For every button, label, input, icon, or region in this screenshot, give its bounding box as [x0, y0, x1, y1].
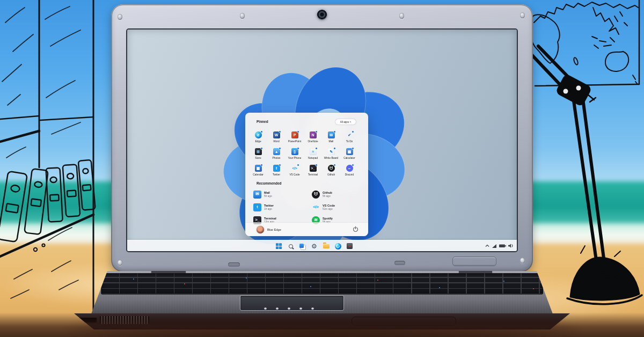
app-glyph: ✎: [330, 150, 333, 153]
volume-icon: [508, 244, 513, 248]
pinned-app-tile[interactable]: ✔ To Do: [340, 130, 358, 147]
app-icon: t: [273, 165, 280, 172]
app-icon: ▦: [346, 148, 353, 155]
notification-dot-icon: [334, 148, 336, 150]
pinned-app-tile[interactable]: ▦ Calendar: [249, 164, 267, 180]
app-glyph: N: [312, 133, 314, 137]
app-label: Word: [273, 140, 279, 143]
app-glyph: e: [257, 133, 259, 137]
app-icon: </>: [312, 203, 320, 211]
app-glyph: </>: [313, 205, 319, 209]
recommended-item-name: Spotify: [323, 217, 333, 220]
recommended-item[interactable]: ✉ Mail 5h ago: [253, 188, 312, 201]
app-icon: ▲: [273, 148, 280, 155]
start-menu-footer: Blue Edge: [245, 222, 368, 236]
lock-app-button[interactable]: [346, 243, 353, 250]
recommended-grid: ✉ Mail 5h ago ᗢ Github 5h ago t Twitter …: [253, 188, 363, 226]
app-label: PowerPoint: [288, 140, 302, 143]
pinned-app-tile[interactable]: </> VS Code: [286, 164, 304, 180]
notification-dot-icon: [334, 131, 336, 133]
notification-dot-icon: [316, 131, 318, 133]
world-map-sketch: [529, 0, 644, 311]
app-icon: ⌣: [346, 165, 353, 172]
app-icon: ✉: [328, 131, 335, 138]
app-label: Github: [327, 173, 335, 176]
pinned-app-tile[interactable]: ≡ Notepad: [304, 147, 322, 164]
screw-icon: [240, 13, 245, 19]
beach-laptop-scene: Pinned All apps > e Edge W Word P PowerP…: [0, 0, 644, 337]
app-glyph: ▲: [275, 150, 279, 153]
search-icon: [289, 244, 293, 248]
app-glyph: ▦: [348, 150, 351, 153]
pinned-app-tile[interactable]: P PowerPoint: [286, 130, 304, 147]
app-label: Your Phone: [288, 157, 302, 159]
settings-button[interactable]: ⚙: [311, 243, 318, 250]
notification-dot-icon: [297, 164, 299, 166]
battery-icon: [499, 245, 506, 248]
task-view-button[interactable]: [299, 243, 306, 250]
edge-button[interactable]: [334, 243, 341, 250]
app-label: White Board: [324, 157, 338, 159]
latch: [228, 262, 240, 267]
app-label: To Do: [346, 140, 353, 143]
app-icon: ⊞: [255, 148, 262, 155]
app-icon: P: [291, 131, 298, 138]
recommended-item-time: 5h ago: [264, 195, 272, 197]
pinned-app-tile[interactable]: ✎ White Board: [322, 147, 340, 164]
app-glyph: </>: [292, 166, 297, 170]
notification-dot-icon: [279, 148, 281, 150]
pinned-app-tile[interactable]: ▦ Calculator: [340, 147, 358, 164]
file-explorer-button[interactable]: [323, 243, 330, 250]
task-view-icon: [299, 244, 306, 249]
app-glyph: P: [294, 133, 296, 137]
recommended-item-name: Terminal: [264, 217, 276, 220]
pinned-app-tile[interactable]: ✉ Mail: [322, 130, 340, 147]
pinned-app-tile[interactable]: N OneNote: [304, 130, 322, 147]
recommended-item[interactable]: t Twitter 1h ago: [253, 201, 312, 214]
notification-dot-icon: [297, 131, 299, 133]
recommended-item[interactable]: ᗢ Github 5h ago: [312, 188, 363, 201]
app-glyph: ᗢ: [330, 166, 333, 170]
recommended-item-name: Twitter: [264, 204, 274, 207]
recommended-item-name: Github: [323, 191, 332, 194]
lock-app-icon: [347, 243, 353, 249]
user-avatar[interactable]: [257, 226, 264, 233]
pinned-app-tile[interactable]: t Twitter: [267, 164, 286, 180]
app-label: Discord: [345, 173, 354, 176]
pinned-app-tile[interactable]: e Edge: [249, 130, 267, 147]
pinned-app-tile[interactable]: >_ Terminal: [304, 164, 322, 180]
folder-icon: [323, 244, 330, 248]
pinned-apps-grid: e Edge W Word P PowerPoint N OneNote ✉ M…: [249, 130, 364, 180]
pinned-app-tile[interactable]: ⊞ Store: [249, 147, 267, 164]
app-icon: ✉: [253, 191, 261, 199]
start-button[interactable]: [275, 243, 282, 250]
pinned-app-tile[interactable]: W Word: [267, 130, 286, 147]
notification-dot-icon: [297, 148, 299, 150]
pinned-app-tile[interactable]: ᗢ Github: [322, 164, 340, 180]
app-glyph: ⊞: [257, 150, 260, 153]
search-button[interactable]: [287, 243, 294, 250]
indicator-lights: [264, 307, 314, 310]
app-icon: t: [253, 203, 261, 211]
pinned-app-tile[interactable]: ▯ Your Phone: [286, 147, 304, 164]
app-icon: N: [310, 131, 317, 138]
pinned-app-tile[interactable]: ▲ Photos: [267, 147, 286, 164]
all-apps-button[interactable]: All apps >: [335, 119, 356, 124]
screw-icon: [520, 258, 525, 263]
system-tray[interactable]: [484, 240, 515, 251]
table-foreground: [0, 312, 644, 337]
app-icon: ✔: [346, 131, 353, 138]
app-glyph: ≋: [314, 218, 317, 222]
notification-dot-icon: [334, 164, 336, 166]
recommended-item[interactable]: </> VS Code 51m ago: [312, 201, 363, 214]
pinned-app-tile[interactable]: ⌣ Discord: [340, 164, 358, 180]
app-glyph: t: [257, 205, 258, 209]
notification-dot-icon: [316, 164, 318, 166]
taskbar: ⚙: [127, 240, 517, 251]
user-name[interactable]: Blue Edge: [267, 228, 281, 231]
app-icon: >_: [310, 165, 317, 172]
app-glyph: ▦: [257, 166, 260, 170]
power-icon[interactable]: [353, 227, 358, 232]
app-label: Terminal: [308, 173, 318, 176]
laptop-screen: Pinned All apps > e Edge W Word P PowerP…: [127, 30, 517, 251]
